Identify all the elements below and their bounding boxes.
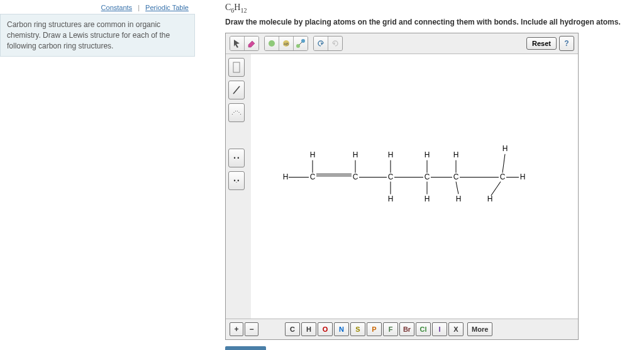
bond-line-tool[interactable]	[228, 81, 245, 99]
tag-tool-icon[interactable]: AB	[279, 37, 294, 50]
erase-tool-icon[interactable]	[245, 37, 258, 50]
atom-c[interactable]: C	[353, 172, 358, 181]
top-toolbar: AB Reset ?	[226, 33, 578, 54]
charge-minus-button[interactable]: −	[245, 322, 258, 336]
undo-icon[interactable]	[314, 37, 328, 50]
atom-h[interactable]: H	[520, 172, 526, 181]
bond[interactable]	[289, 177, 309, 178]
periodic-table-link[interactable]: Periodic Table	[145, 4, 189, 11]
bond[interactable]	[460, 177, 499, 178]
atom-h[interactable]: H	[283, 172, 289, 181]
atom-c[interactable]: C	[310, 172, 316, 181]
bond[interactable]	[427, 160, 428, 172]
element-button-n[interactable]: N	[334, 322, 349, 336]
atom-h[interactable]: H	[425, 150, 430, 159]
atom-h[interactable]: H	[453, 150, 459, 159]
submit-button[interactable]: Submit	[225, 346, 266, 350]
intro-text: Carbon ring structures are common in org…	[0, 14, 195, 57]
atom-h[interactable]: H	[487, 195, 493, 203]
bond[interactable]	[491, 181, 501, 196]
bond[interactable]	[391, 160, 391, 172]
bond[interactable]	[391, 181, 391, 194]
atom-h[interactable]: H	[456, 195, 462, 203]
bond[interactable]	[316, 174, 352, 174]
side-toolbar: ⋰⋱ • • •.•	[226, 54, 251, 319]
atom-h[interactable]: H	[502, 144, 508, 153]
element-button-c[interactable]: C	[285, 322, 300, 336]
lone-pair-tool[interactable]: ⋰⋱	[228, 103, 245, 122]
element-button-f[interactable]: F	[383, 322, 398, 336]
atom-h[interactable]: H	[353, 150, 358, 159]
atom-h[interactable]: H	[388, 150, 394, 159]
atom-h[interactable]: H	[310, 150, 316, 159]
dots-tool-2[interactable]: •.•	[228, 171, 245, 190]
element-button-p[interactable]: P	[367, 322, 382, 336]
redo-icon[interactable]	[328, 37, 342, 50]
atom-tool-icon[interactable]	[265, 37, 279, 50]
svg-line-7	[233, 86, 240, 94]
element-button-i[interactable]: I	[432, 322, 447, 336]
drawing-canvas[interactable]: HCHCHCHHCHHCHHCHHH	[251, 54, 578, 319]
charge-plus-button[interactable]: +	[230, 322, 243, 336]
molecular-formula: C6H12	[225, 3, 639, 14]
bond[interactable]	[431, 177, 452, 178]
atom-h[interactable]: H	[425, 195, 430, 203]
bond[interactable]	[316, 176, 352, 176]
bond[interactable]	[355, 160, 356, 172]
bond[interactable]	[456, 181, 459, 194]
bond[interactable]	[427, 181, 428, 194]
bond[interactable]	[359, 177, 387, 178]
atom-c[interactable]: C	[453, 172, 459, 181]
bond[interactable]	[502, 154, 506, 172]
atom-c[interactable]: C	[388, 172, 394, 181]
bond[interactable]	[456, 160, 457, 172]
element-button-x[interactable]: X	[448, 322, 464, 336]
atom-h[interactable]: H	[388, 195, 394, 203]
svg-line-5	[299, 42, 302, 45]
element-button-s[interactable]: S	[350, 322, 365, 336]
instruction-text: Draw the molecule by placing atoms on th…	[225, 18, 639, 26]
svg-rect-6	[233, 62, 240, 72]
reference-links: Constants | Periodic Table	[0, 0, 195, 14]
bond-tool-icon[interactable]	[294, 37, 308, 50]
svg-text:AB: AB	[284, 42, 289, 46]
bond[interactable]	[506, 177, 519, 178]
element-button-cl[interactable]: Cl	[416, 322, 431, 336]
element-button-h[interactable]: H	[301, 322, 316, 336]
dots-tool-1[interactable]: • •	[228, 149, 245, 167]
help-button[interactable]: ?	[559, 36, 574, 51]
atom-c[interactable]: C	[425, 172, 430, 181]
select-tool-icon[interactable]	[230, 37, 245, 50]
svg-point-0	[269, 40, 275, 47]
action-bar: Submit Previous Answers Request Answer	[225, 346, 639, 350]
region-tool[interactable]	[228, 58, 245, 77]
element-button-br[interactable]: Br	[399, 322, 414, 336]
reset-button[interactable]: Reset	[526, 37, 557, 50]
constants-link[interactable]: Constants	[101, 4, 133, 11]
bond[interactable]	[313, 160, 313, 172]
more-elements-button[interactable]: More	[467, 322, 492, 336]
molecule-editor: AB Reset ?	[225, 33, 579, 340]
element-button-o[interactable]: O	[318, 322, 333, 336]
atom-c[interactable]: C	[500, 172, 506, 181]
bond[interactable]	[394, 177, 423, 178]
bottom-toolbar: + − CHONSPFBrClIXMore	[226, 319, 578, 339]
